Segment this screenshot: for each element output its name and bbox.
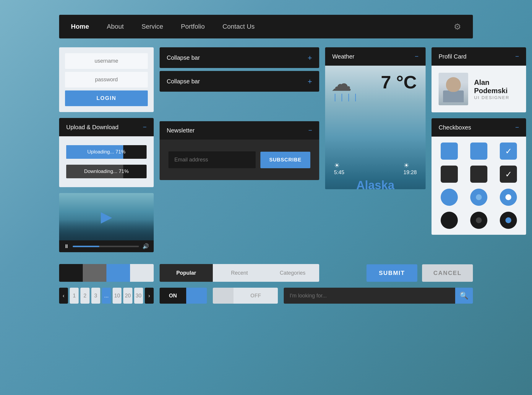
tab-categories[interactable]: Categories [266,264,319,282]
cancel-button[interactable]: CANCEL [422,264,473,282]
upload-bar-bg: Uploading... 71% [66,145,147,159]
swatch-blue[interactable] [106,264,130,282]
page-dots[interactable]: ... [102,288,111,304]
collapse-bar-2[interactable]: Collapse bar + [160,71,319,92]
nav-home[interactable]: Home [71,20,89,33]
gear-icon[interactable]: ⚙ [454,22,461,32]
radio-dark-in[interactable] [500,212,517,229]
tab-group: Popular Recent Categories [160,264,319,282]
avatar [439,73,468,105]
upload-title: Upload & Download [66,124,119,131]
newsletter-body: SUBSCRIBE [160,140,319,180]
toggle-on-group: ON [160,288,207,304]
sunrise-label: 5:45 [334,169,344,176]
profile-header: Profil Card − [432,47,526,66]
pagination: ‹ 1 2 3 ... 10 20 30 › [59,288,154,304]
nav-contact[interactable]: Contact Us [223,20,255,33]
collapse-bar-1-label: Collapse bar [167,54,200,61]
weather-location: Alaska USA [331,179,420,189]
video-player: ▶ ⏸ 🔊 [59,193,154,252]
upload-progress: Uploading... 71% [66,145,147,159]
collapse-bar-2-label: Collapse bar [167,78,200,85]
nav-about[interactable]: About [107,20,124,33]
play-button[interactable]: ▶ [101,208,112,225]
radio-dark-out[interactable] [441,212,458,229]
download-label: Downloading... 71% [84,169,129,174]
username-input[interactable] [65,53,148,69]
password-input[interactable] [65,72,148,88]
toggle-on-handle[interactable] [186,288,207,304]
page-next[interactable]: › [145,288,154,304]
color-swatches [59,264,154,282]
weather-bottom: ☀ 5:45 ☀ 19:28 Alaska USA [325,156,426,189]
submit-button[interactable]: SUBMIT [366,264,417,282]
bottom-row-2: ‹ 1 2 3 ... 10 20 30 › ON OFF 🔍 [59,288,473,304]
avatar-head [446,77,461,92]
volume-icon[interactable]: 🔊 [142,243,149,250]
action-buttons: SUBMIT CANCEL [366,264,473,282]
toggle-on-label[interactable]: ON [160,288,186,304]
avatar-face [439,73,468,105]
bottom-row-1: Popular Recent Categories SUBMIT CANCEL [59,264,473,282]
checkbox-dark-empty-2[interactable] [470,166,487,183]
toggle-off-label[interactable]: OFF [233,288,278,304]
page-2[interactable]: 2 [80,288,89,304]
swatch-black[interactable] [59,264,83,282]
tab-popular[interactable]: Popular [160,264,213,282]
newsletter-title: Newsletter [167,127,194,134]
nav-portfolio[interactable]: Portfolio [181,20,205,33]
checkbox-blue-checked[interactable]: ✓ [500,143,517,160]
upload-body: Uploading... 71% Downloading... 71% [59,136,154,187]
video-progress-fill [73,246,99,247]
collapse-bar-1[interactable]: Collapse bar + [160,47,319,68]
checkboxes-widget: Checkboxes − ✓ ✓ [432,118,526,235]
checkbox-blue-empty-2[interactable] [470,143,487,160]
upload-minimize[interactable]: − [143,123,147,131]
subscribe-button[interactable]: SUBSCRIBE [260,152,310,168]
page-30[interactable]: 30 [134,288,143,304]
profile-info: Alan Podemski UI DESIGNER [474,78,519,100]
email-input[interactable] [168,151,256,168]
radio-blue-mid[interactable] [470,189,487,206]
weather-times: ☀ 5:45 ☀ 19:28 [331,162,420,176]
radio-blue-in[interactable] [500,189,517,206]
video-controls: ⏸ 🔊 [59,240,154,252]
toggle-off-group: OFF [213,288,278,304]
swatch-white[interactable] [130,264,154,282]
checkbox-blue-empty-1[interactable] [441,143,458,160]
checkboxes-minimize[interactable]: − [515,124,519,131]
search-input[interactable] [284,288,455,304]
pause-button[interactable]: ⏸ [64,243,69,250]
swatch-gray[interactable] [83,264,106,282]
main-content: LOGIN Upload & Download − Uploading... 7… [59,47,473,258]
weather-minimize[interactable]: − [415,53,419,60]
page-3[interactable]: 3 [91,288,100,304]
page-prev[interactable]: ‹ [59,288,68,304]
login-button[interactable]: LOGIN [65,90,148,106]
collapse-bar-2-icon: + [308,77,312,86]
sunrise-icon: ☀ [334,162,344,169]
upload-label: Uploading... 71% [87,149,125,155]
tab-recent[interactable]: Recent [213,264,266,282]
profile-minimize[interactable]: − [515,53,519,60]
checkbox-dark-empty-1[interactable] [441,166,458,183]
weather-title: Weather [332,53,354,60]
radio-dark-mid[interactable] [470,212,487,229]
avatar-body [443,90,464,102]
page-1[interactable]: 1 [70,288,79,304]
nav-service[interactable]: Service [142,20,163,33]
page-10[interactable]: 10 [113,288,121,304]
weather-card: Weather − ☁ | | | | 7 °C ☀ 5:45 ☀ 19:28 [325,47,426,189]
checkbox-dark-checked[interactable]: ✓ [500,166,517,183]
video-progress-track[interactable] [73,246,139,247]
radio-blue-out[interactable] [441,189,458,206]
sunset-label: 19:28 [403,169,417,176]
newsletter-widget: Newsletter − SUBSCRIBE [160,121,319,180]
search-button[interactable]: 🔍 [455,288,473,304]
page-20[interactable]: 20 [123,288,132,304]
newsletter-minimize[interactable]: − [308,127,312,134]
toggle-off-handle[interactable] [213,288,233,304]
checkboxes-header: Checkboxes − [432,118,526,137]
weather-temperature: 7 °C [381,72,417,93]
sunrise-time: ☀ 5:45 [334,162,344,176]
